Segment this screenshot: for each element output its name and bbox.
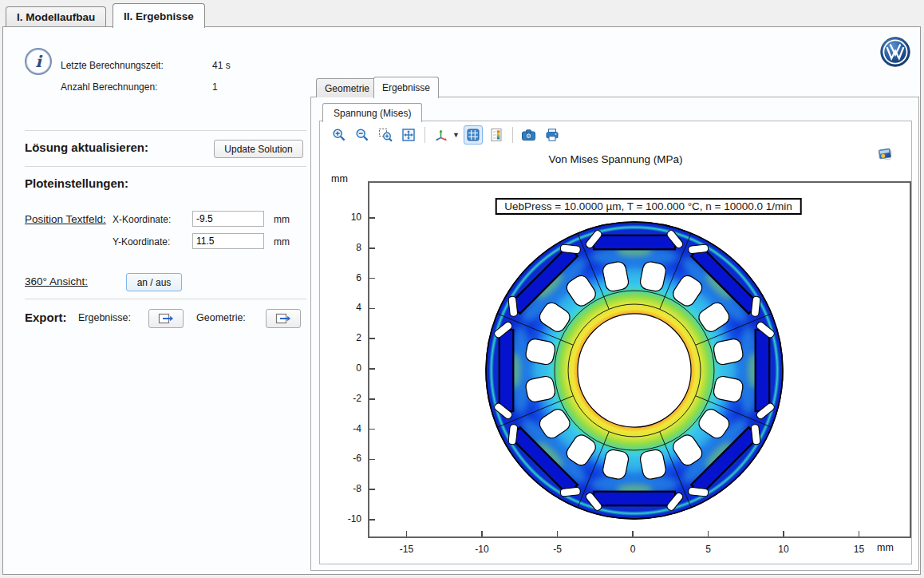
toolbar-separator — [424, 127, 425, 143]
subtab-spannung-mises[interactable]: Spannung (Mises) — [322, 103, 422, 122]
textfield-position-label: Position Textfeld: — [25, 213, 106, 225]
x-tick-label: 10 — [768, 544, 800, 555]
x-tick-mark — [708, 531, 709, 536]
x-axis-unit: mm — [877, 542, 894, 553]
y-tick-mark — [369, 308, 375, 310]
export-results-label: Ergebnisse: — [78, 312, 131, 323]
plot-frame: UebPress = 10.0000 µm, T = 100.000 °C, n… — [368, 181, 911, 538]
y-tick-mark — [369, 278, 375, 279]
y-tick-label: 10 — [334, 212, 361, 223]
y-tick-mark — [369, 368, 375, 370]
y-tick-mark — [369, 338, 375, 339]
tab-ergebnisse[interactable]: II. Ergebnisse — [113, 3, 205, 28]
y-axis-unit: mm — [331, 173, 348, 184]
y-tick-label: -6 — [334, 453, 361, 464]
x-tick-mark — [783, 531, 784, 536]
app-window: I. Modellaufbau II. Ergebnisse i Letzte … — [0, 0, 924, 578]
y-coordinate-unit: mm — [274, 236, 290, 247]
tab-ergebnisse-label: II. Ergebnisse — [124, 10, 194, 22]
view-360-toggle-button[interactable]: an / aus — [126, 273, 182, 291]
export-results-button[interactable] — [148, 309, 184, 328]
last-computation-value: 41 s — [212, 60, 231, 71]
y-tick-mark — [369, 247, 375, 249]
stress-plot-canvas[interactable] — [369, 183, 910, 536]
x-tick-label: -15 — [391, 544, 423, 555]
export-icon — [158, 313, 174, 324]
y-tick-mark — [369, 398, 375, 400]
tab-modellaufbau[interactable]: I. Modellaufbau — [6, 6, 106, 27]
print-icon[interactable] — [543, 125, 562, 144]
panel-tab-ergebnisse[interactable]: Ergebnisse — [373, 77, 439, 98]
x-tick-label: 15 — [843, 544, 875, 555]
grid-toggle-icon[interactable] — [464, 125, 483, 144]
export-geometry-label: Geometrie: — [196, 312, 246, 323]
zoom-to-selection-icon[interactable] — [376, 125, 395, 144]
zoom-out-icon[interactable] — [353, 125, 372, 144]
export-heading: Export: — [25, 311, 67, 324]
export-geometry-button[interactable] — [266, 309, 301, 328]
plot-title: Von Mises Spannung (MPa) — [320, 153, 911, 165]
content-area: i Letzte Berechnungszeit: 41 s Anzahl Be… — [2, 26, 921, 575]
y-tick-label: 2 — [334, 332, 361, 343]
x-tick-mark — [632, 531, 634, 536]
y-tick-mark — [369, 459, 375, 461]
x-tick-label: 0 — [617, 544, 649, 555]
plot-corner-image-icon[interactable] — [877, 146, 893, 162]
y-tick-label: 0 — [334, 362, 361, 374]
y-tick-label: 6 — [334, 272, 361, 283]
x-tick-mark — [406, 531, 408, 536]
toolbar-separator — [512, 127, 513, 143]
panel-tab-geometrie[interactable]: Geometrie — [316, 78, 378, 97]
info-icon: i — [25, 48, 52, 75]
results-panel: Spannung (Mises) — [310, 97, 919, 571]
update-solution-button[interactable]: Update Solution — [214, 140, 303, 158]
divider — [25, 299, 306, 299]
last-computation-label: Letzte Berechnungszeit: — [61, 60, 164, 71]
x-tick-mark — [557, 531, 559, 536]
y-coordinate-label: Y-Koordinate: — [113, 236, 170, 247]
divider — [25, 166, 306, 167]
y-tick-mark — [369, 489, 375, 490]
volkswagen-logo — [880, 37, 910, 67]
y-tick-label: -4 — [334, 423, 361, 434]
plot-container: ▼ — [319, 121, 912, 564]
color-legend-toggle-icon[interactable] — [487, 125, 506, 144]
y-tick-label: -8 — [334, 483, 361, 494]
y-tick-label: -2 — [334, 393, 361, 404]
plot-annotation: UebPress = 10.0000 µm, T = 100.000 °C, n… — [495, 198, 802, 215]
y-coordinate-input[interactable] — [192, 233, 264, 249]
x-tick-mark — [481, 531, 483, 536]
axes-orientation-icon[interactable] — [432, 125, 451, 144]
y-tick-label: 4 — [334, 302, 361, 313]
x-coordinate-input[interactable] — [192, 211, 264, 227]
x-tick-label: -5 — [542, 544, 574, 555]
y-tick-label: 8 — [334, 242, 361, 253]
zoom-extents-icon[interactable] — [399, 125, 418, 144]
computation-count-label: Anzahl Berechnungen: — [61, 81, 157, 93]
x-tick-label: 5 — [693, 544, 725, 555]
update-solution-heading: Lösung aktualisieren: — [25, 141, 148, 154]
zoom-in-icon[interactable] — [330, 125, 349, 144]
divider — [25, 130, 306, 131]
x-tick-mark — [859, 531, 860, 536]
view-360-label: 360° Ansicht: — [25, 275, 88, 287]
y-tick-mark — [369, 429, 375, 430]
axes-orientation-dropdown-icon[interactable]: ▼ — [452, 131, 460, 139]
snapshot-camera-icon[interactable] — [519, 125, 539, 144]
plot-toolbar: ▼ — [330, 124, 562, 146]
tab-modellaufbau-label: I. Modellaufbau — [17, 11, 95, 23]
y-tick-mark — [369, 217, 375, 219]
computation-count-value: 1 — [212, 81, 218, 93]
x-tick-label: -10 — [466, 544, 498, 555]
x-coordinate-unit: mm — [274, 214, 290, 225]
export-icon — [275, 313, 291, 324]
plot-settings-heading: Ploteinstellungen: — [25, 176, 128, 190]
x-coordinate-label: X-Koordinate: — [113, 214, 171, 225]
y-tick-mark — [369, 519, 375, 521]
y-tick-label: -10 — [334, 513, 361, 525]
